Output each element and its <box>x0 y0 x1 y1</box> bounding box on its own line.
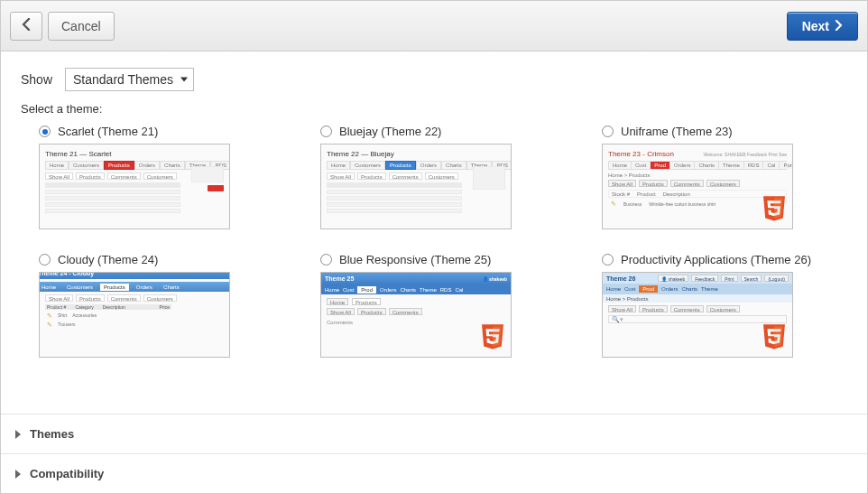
accordion-label: Compatibility <box>30 467 104 480</box>
select-theme-label: Select a theme: <box>21 102 847 116</box>
theme-radio-productivity[interactable] <box>602 254 614 266</box>
theme-thumbnail-scarlet[interactable]: Theme 21 — Scarlet Home Customers Produc… <box>39 144 230 229</box>
cancel-button[interactable]: Cancel <box>48 12 115 41</box>
theme-radio-cloudy[interactable] <box>39 254 51 266</box>
accordion-compatibility[interactable]: Compatibility <box>1 454 867 493</box>
content-area: Show Standard Themes Select a theme: Sca… <box>1 51 867 414</box>
theme-thumbnail-productivity[interactable]: Theme 26 👤 shakeeb Feedback Print Search… <box>602 272 793 358</box>
theme-option-cloudy: Cloudy (Theme 24) Theme 24 - Cloudy Home… <box>39 253 284 358</box>
theme-option-uniframe: Uniframe (Theme 23) Theme 23 - Crimson W… <box>602 125 847 229</box>
theme-thumbnail-uniframe[interactable]: Theme 23 - Crimson Welcome: SHAKEEB Feed… <box>602 144 793 229</box>
theme-filter-value: Standard Themes <box>73 72 173 87</box>
themes-grid: Scarlet (Theme 21) Theme 21 — Scarlet Ho… <box>21 125 847 358</box>
theme-radio-scarlet[interactable] <box>39 126 51 137</box>
html5-icon <box>763 324 785 350</box>
theme-label[interactable]: Bluejay (Theme 22) <box>339 125 441 138</box>
theme-label[interactable]: Cloudy (Theme 24) <box>58 253 158 266</box>
wizard-page: Cancel Next Show Standard Themes Select … <box>0 0 868 494</box>
back-button[interactable] <box>10 12 42 41</box>
chevron-right-icon <box>15 430 21 439</box>
theme-radio-bluejay[interactable] <box>320 126 332 137</box>
caret-down-icon <box>180 78 188 82</box>
theme-option-scarlet: Scarlet (Theme 21) Theme 21 — Scarlet Ho… <box>39 125 284 229</box>
theme-radio-uniframe[interactable] <box>602 126 614 137</box>
theme-label[interactable]: Uniframe (Theme 23) <box>621 125 733 138</box>
chevron-right-icon <box>835 19 843 33</box>
html5-icon <box>763 196 785 221</box>
theme-option-productivity: Productivity Applications (Theme 26) The… <box>602 253 847 358</box>
filter-row: Show Standard Themes <box>21 68 847 91</box>
chevron-right-icon <box>15 470 21 479</box>
theme-label[interactable]: Productivity Applications (Theme 26) <box>621 253 811 266</box>
next-button[interactable]: Next <box>787 12 858 41</box>
next-button-label: Next <box>802 19 829 33</box>
theme-filter-select[interactable]: Standard Themes <box>65 68 194 91</box>
chevron-left-icon <box>22 18 31 33</box>
html5-icon <box>482 324 503 350</box>
accordion: Themes Compatibility <box>1 414 867 493</box>
theme-option-bluejay: Bluejay (Theme 22) Theme 22 — Bluejay Ho… <box>320 125 566 229</box>
theme-label[interactable]: Blue Responsive (Theme 25) <box>339 253 491 266</box>
theme-radio-blue-responsive[interactable] <box>320 254 332 266</box>
theme-option-blue-responsive: Blue Responsive (Theme 25) Theme 25 👤 sh… <box>320 253 566 358</box>
theme-thumbnail-bluejay[interactable]: Theme 22 — Bluejay Home Customers Produc… <box>320 144 512 229</box>
accordion-themes[interactable]: Themes <box>1 415 867 454</box>
theme-label[interactable]: Scarlet (Theme 21) <box>58 125 158 138</box>
toolbar: Cancel Next <box>1 1 867 51</box>
show-label: Show <box>21 72 52 87</box>
accordion-label: Themes <box>30 427 74 441</box>
theme-thumbnail-blue-responsive[interactable]: Theme 25 👤 shakeeb Home Cust Prod Orders… <box>320 272 512 358</box>
theme-thumbnail-cloudy[interactable]: Theme 24 - Cloudy Home Customers Product… <box>39 272 230 358</box>
